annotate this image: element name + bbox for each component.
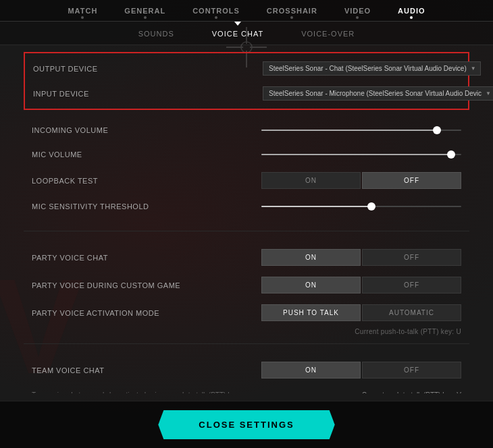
team-voice-info2: Current push-to-talk (PTT) key: V bbox=[362, 391, 461, 394]
subnav-voice-chat[interactable]: VOICE CHAT bbox=[193, 27, 282, 40]
mic-sensitivity-row: Mic Sensitivity Threshold bbox=[24, 194, 469, 219]
party-voice-chat-label: Party Voice Chat bbox=[32, 254, 261, 262]
footer: CLOSE SETTINGS bbox=[0, 401, 493, 448]
party-voice-off-button[interactable]: Off bbox=[362, 249, 461, 266]
party-voice-custom-off-button[interactable]: Off bbox=[362, 277, 461, 293]
output-device-label: Output Device bbox=[33, 65, 263, 73]
settings-content: Output Device SteelSeries Sonar - Chat (… bbox=[0, 45, 493, 393]
push-to-talk-button[interactable]: Push to Talk bbox=[261, 304, 361, 321]
sub-navigation: SOUNDS VOICE CHAT VOICE-OVER bbox=[0, 22, 493, 45]
subnav-sounds[interactable]: SOUNDS bbox=[120, 27, 193, 40]
slider-track bbox=[261, 130, 461, 131]
incoming-volume-slider[interactable] bbox=[261, 126, 461, 134]
loopback-test-control: On Off bbox=[261, 172, 461, 189]
mic-volume-row: Mic Volume bbox=[24, 142, 469, 167]
party-voice-custom-toggle-group: On Off bbox=[261, 277, 461, 293]
incoming-volume-row: Incoming Volume bbox=[24, 118, 469, 142]
nav-video[interactable]: VIDEO bbox=[331, 3, 384, 19]
loopback-test-row: Loopback Test On Off bbox=[24, 167, 469, 194]
party-voice-chat-control: On Off bbox=[261, 249, 461, 266]
party-ptt-info: Current push-to-talk (PTT) key: U bbox=[24, 327, 469, 339]
input-device-value: SteelSeries Sonar - Microphone (SteelSer… bbox=[269, 90, 482, 97]
mic-sensitivity-label: Mic Sensitivity Threshold bbox=[32, 202, 261, 211]
team-voice-off-button[interactable]: Off bbox=[362, 362, 461, 379]
slider-track bbox=[261, 154, 461, 155]
slider-thumb[interactable] bbox=[447, 150, 455, 159]
loopback-test-label: Loopback Test bbox=[32, 177, 261, 185]
party-voice-activation-label: Party Voice Activation Mode bbox=[32, 309, 261, 317]
mic-volume-label: Mic Volume bbox=[32, 150, 261, 159]
section-divider-3 bbox=[24, 348, 469, 356]
loopback-off-button[interactable]: Off bbox=[362, 172, 461, 189]
party-voice-on-button[interactable]: On bbox=[261, 249, 361, 266]
loopback-toggle-group: On Off bbox=[261, 172, 461, 189]
party-voice-chat-row: Party Voice Chat On Off bbox=[24, 244, 469, 271]
input-device-control: SteelSeries Sonar - Microphone (SteelSer… bbox=[263, 86, 493, 101]
subnav-voice-over[interactable]: VOICE-OVER bbox=[282, 27, 373, 40]
output-device-dropdown[interactable]: SteelSeries Sonar - Chat (SteelSeries So… bbox=[263, 61, 481, 76]
slider-thumb[interactable] bbox=[367, 202, 375, 211]
divider-2 bbox=[24, 343, 469, 344]
team-voice-chat-row: Team Voice Chat On Off bbox=[24, 356, 469, 384]
divider-1 bbox=[24, 231, 469, 231]
input-device-dropdown[interactable]: SteelSeries Sonar - Microphone (SteelSer… bbox=[263, 86, 493, 101]
party-voice-activation-toggle-group: Push to Talk Automatic bbox=[261, 304, 461, 321]
device-settings-section: Output Device SteelSeries Sonar - Chat (… bbox=[24, 52, 469, 110]
mic-sensitivity-slider[interactable] bbox=[261, 202, 461, 211]
party-voice-activation-row: Party Voice Activation Mode Push to Talk… bbox=[24, 299, 469, 327]
party-voice-custom-control: On Off bbox=[261, 277, 461, 293]
team-voice-toggle-group: On Off bbox=[261, 362, 461, 379]
section-divider-2 bbox=[24, 235, 469, 244]
slider-fill bbox=[261, 206, 371, 207]
automatic-button[interactable]: Automatic bbox=[362, 304, 461, 321]
party-voice-toggle-group: On Off bbox=[261, 249, 461, 266]
mic-volume-control bbox=[261, 150, 461, 159]
team-voice-chat-label: Team Voice Chat bbox=[32, 366, 261, 374]
mic-volume-slider[interactable] bbox=[261, 150, 461, 159]
nav-crosshair[interactable]: CROSSHAIR bbox=[253, 3, 331, 19]
output-device-row: Output Device SteelSeries Sonar - Chat (… bbox=[25, 56, 468, 81]
slider-thumb[interactable] bbox=[433, 126, 441, 134]
mic-sensitivity-control bbox=[261, 202, 461, 211]
nav-general[interactable]: GENERAL bbox=[111, 3, 179, 19]
nav-match[interactable]: MATCH bbox=[54, 3, 111, 19]
close-settings-button[interactable]: CLOSE SETTINGS bbox=[158, 410, 334, 439]
nav-audio[interactable]: AUDIO bbox=[384, 3, 438, 19]
slider-track bbox=[261, 206, 461, 207]
slider-fill bbox=[261, 130, 437, 131]
input-device-label: Input Device bbox=[33, 90, 263, 98]
section-divider-1 bbox=[24, 219, 469, 227]
team-voice-info-row: Team voice chat can only be activated us… bbox=[24, 384, 469, 393]
top-navigation: MATCH GENERAL CONTROLS CROSSHAIR VIDEO A… bbox=[0, 0, 493, 22]
loopback-on-button[interactable]: On bbox=[261, 172, 361, 189]
output-device-control: SteelSeries Sonar - Chat (SteelSeries So… bbox=[263, 61, 481, 76]
incoming-volume-label: Incoming Volume bbox=[32, 126, 261, 134]
team-voice-on-button[interactable]: On bbox=[261, 362, 361, 379]
nav-controls[interactable]: CONTROLS bbox=[179, 3, 253, 19]
team-voice-info1: Team voice chat can only be activated us… bbox=[32, 391, 355, 394]
incoming-volume-control bbox=[261, 126, 461, 134]
slider-fill bbox=[261, 154, 451, 155]
party-voice-activation-control: Push to Talk Automatic bbox=[261, 304, 461, 321]
output-device-value: SteelSeries Sonar - Chat (SteelSeries So… bbox=[269, 65, 467, 72]
party-voice-custom-on-button[interactable]: On bbox=[261, 277, 361, 293]
input-device-row: Input Device SteelSeries Sonar - Microph… bbox=[25, 81, 468, 106]
party-voice-custom-row: Party Voice During Custom Game On Off bbox=[24, 271, 469, 299]
party-voice-custom-label: Party Voice During Custom Game bbox=[32, 281, 261, 289]
team-voice-chat-control: On Off bbox=[261, 362, 461, 379]
